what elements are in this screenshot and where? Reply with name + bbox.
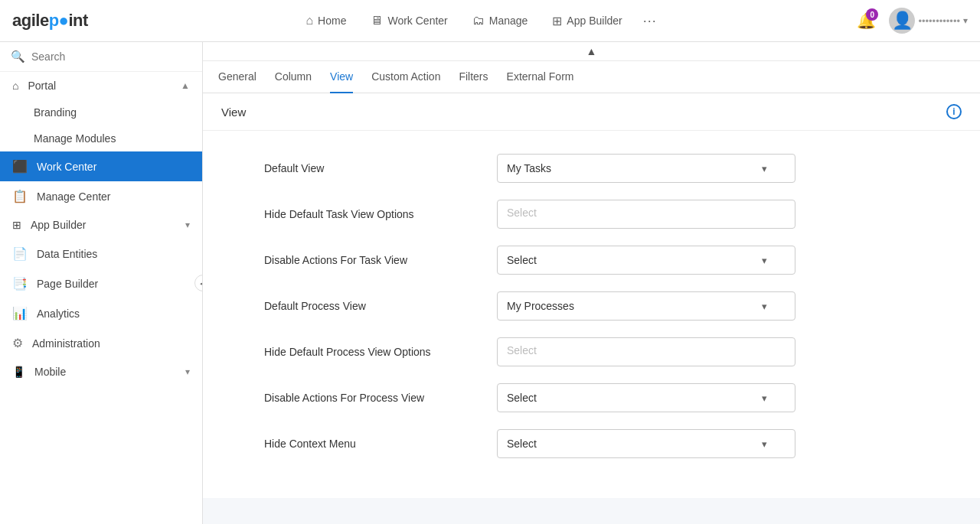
tab-filters[interactable]: Filters — [459, 61, 488, 93]
home-icon: ⌂ — [305, 14, 313, 28]
sidebar-item-manage-modules-label: Manage Modules — [34, 132, 116, 145]
user-icon: 👤 — [892, 11, 913, 31]
info-icon[interactable]: i — [946, 104, 962, 119]
sidebar-item-mobile-label: Mobile — [34, 366, 66, 378]
nav-workcenter-label: Work Center — [387, 15, 447, 27]
user-menu[interactable]: 👤 •••••••••••• ▾ — [889, 8, 968, 34]
hide-context-menu-chevron: ▾ — [762, 438, 767, 450]
sidebar-item-analytics[interactable]: 📊 Analytics — [0, 298, 202, 328]
disable-process-actions-value: Select — [507, 392, 537, 404]
default-view-chevron: ▾ — [762, 163, 767, 174]
hide-process-view-input[interactable]: Select — [497, 337, 795, 366]
disable-task-actions-control: Select ▾ — [497, 246, 795, 275]
nav-manage[interactable]: 🗂 Manage — [462, 9, 539, 32]
tab-general-label: General — [218, 70, 256, 83]
hide-process-view-control: Select — [497, 337, 795, 366]
form-body: Default View My Tasks ▾ Hide Default Tas… — [203, 131, 980, 498]
tab-view-label: View — [330, 70, 353, 83]
hide-task-view-input[interactable]: Select — [497, 200, 795, 229]
default-view-select[interactable]: My Tasks ▾ — [497, 154, 795, 183]
default-process-view-chevron: ▾ — [762, 301, 767, 312]
sidebar-item-page-builder-label: Page Builder — [37, 278, 98, 290]
default-view-label: Default View — [264, 162, 479, 174]
nav-appbuilder-label: App Builder — [567, 15, 622, 27]
sidebar-item-data-entities[interactable]: 📄 Data Entities — [0, 239, 202, 269]
sidebar-item-branding[interactable]: Branding — [0, 99, 202, 125]
sidebar-item-manage-modules[interactable]: Manage Modules — [0, 125, 202, 151]
search-input[interactable] — [31, 50, 191, 63]
default-view-value: My Tasks — [507, 162, 551, 174]
content-area: View i Default View My Tasks ▾ — [203, 93, 980, 524]
sidebar-search-container: 🔍 — [0, 42, 202, 72]
app-logo[interactable]: agilep●int — [12, 11, 88, 31]
nav-home[interactable]: ⌂ Home — [295, 9, 357, 32]
mobile-expand-icon: ▾ — [185, 366, 190, 377]
portal-expand-icon: ▲ — [181, 80, 190, 91]
disable-process-actions-control: Select ▾ — [497, 383, 795, 412]
disable-task-actions-select[interactable]: Select ▾ — [497, 246, 795, 275]
collapse-icon: ◀ — [200, 278, 203, 288]
notifications-button[interactable]: 🔔 0 — [852, 7, 880, 34]
user-email: •••••••••••• — [918, 15, 960, 27]
disable-task-actions-value: Select — [507, 254, 537, 266]
hide-task-view-placeholder: Select — [507, 207, 537, 219]
nav-manage-label: Manage — [489, 15, 528, 27]
sidebar-item-workcenter[interactable]: ⬛ Work Center — [0, 151, 202, 181]
nav-more[interactable]: ··· — [636, 7, 664, 34]
sidebar-item-analytics-label: Analytics — [37, 308, 80, 320]
sidebar-item-branding-label: Branding — [34, 106, 77, 119]
sidebar-item-page-builder[interactable]: 📑 Page Builder — [0, 269, 202, 298]
default-view-control: My Tasks ▾ — [497, 154, 795, 183]
sidebar-item-administration-label: Administration — [32, 337, 100, 350]
sidebar-item-data-entities-label: Data Entities — [37, 248, 97, 260]
nav-workcenter[interactable]: 🖥 Work Center — [360, 9, 458, 32]
manage-icon: 🗂 — [472, 14, 485, 28]
user-menu-chevron: ▾ — [963, 15, 968, 26]
sidebar-item-portal-label: Portal — [28, 80, 56, 92]
manage-center-icon: 📋 — [12, 189, 28, 203]
tab-external-form-label: External Form — [507, 70, 574, 83]
view-panel: View i Default View My Tasks ▾ — [203, 93, 980, 498]
sidebar-item-mobile[interactable]: 📱 Mobile ▾ — [0, 358, 202, 386]
main-content: ▲ General Column View Custom Action Filt… — [203, 42, 980, 524]
hide-context-menu-select[interactable]: Select ▾ — [497, 429, 795, 458]
disable-task-actions-chevron: ▾ — [762, 255, 767, 266]
panel-title: View — [221, 106, 246, 119]
nav-appbuilder[interactable]: ⊞ App Builder — [541, 9, 632, 33]
disable-task-actions-label: Disable Actions For Task View — [264, 254, 479, 266]
hide-process-view-label: Hide Default Process View Options — [264, 346, 479, 358]
hide-process-view-placeholder: Select — [507, 344, 537, 356]
disable-process-actions-label: Disable Actions For Process View — [264, 392, 479, 404]
data-entities-icon: 📄 — [12, 246, 28, 261]
form-row-default-view: Default View My Tasks ▾ — [264, 154, 919, 183]
tab-column-label: Column — [275, 70, 312, 83]
tab-general[interactable]: General — [218, 61, 256, 93]
tab-column[interactable]: Column — [275, 61, 312, 93]
sidebar-item-portal[interactable]: ⌂ Portal ▲ — [0, 72, 202, 99]
form-row-hide-context-menu: Hide Context Menu Select ▾ — [264, 429, 919, 458]
more-label: ··· — [643, 13, 657, 29]
nav-home-label: Home — [318, 15, 346, 27]
notification-badge: 0 — [866, 8, 878, 21]
default-process-view-control: My Processes ▾ — [497, 291, 795, 321]
avatar: 👤 — [889, 8, 915, 34]
sidebar-item-administration[interactable]: ⚙ Administration — [0, 328, 202, 358]
search-icon: 🔍 — [11, 50, 25, 63]
form-row-hide-process-view: Hide Default Process View Options Select — [264, 337, 919, 366]
sidebar-item-appbuilder-label: App Builder — [31, 219, 86, 231]
chevron-up-bar[interactable]: ▲ — [203, 42, 980, 61]
main-layout: 🔍 ⌂ Portal ▲ Branding Manage Modules ⬛ W… — [0, 42, 980, 524]
nav-right: 🔔 0 👤 •••••••••••• ▾ — [852, 7, 968, 34]
tab-custom-action[interactable]: Custom Action — [371, 61, 440, 93]
disable-process-actions-select[interactable]: Select ▾ — [497, 383, 795, 412]
tab-external-form[interactable]: External Form — [507, 61, 574, 93]
sidebar-item-manage-center-label: Manage Center — [37, 190, 111, 203]
hide-task-view-control: Select — [497, 200, 795, 229]
logo-text: agilep●int — [12, 11, 88, 31]
default-process-view-select[interactable]: My Processes ▾ — [497, 291, 795, 321]
form-row-disable-task-actions: Disable Actions For Task View Select ▾ — [264, 246, 919, 275]
sidebar-item-manage-center[interactable]: 📋 Manage Center — [0, 181, 202, 211]
tab-view[interactable]: View — [330, 61, 353, 93]
sidebar-item-appbuilder[interactable]: ⊞ App Builder ▾ — [0, 211, 202, 239]
tab-custom-action-label: Custom Action — [371, 70, 440, 83]
